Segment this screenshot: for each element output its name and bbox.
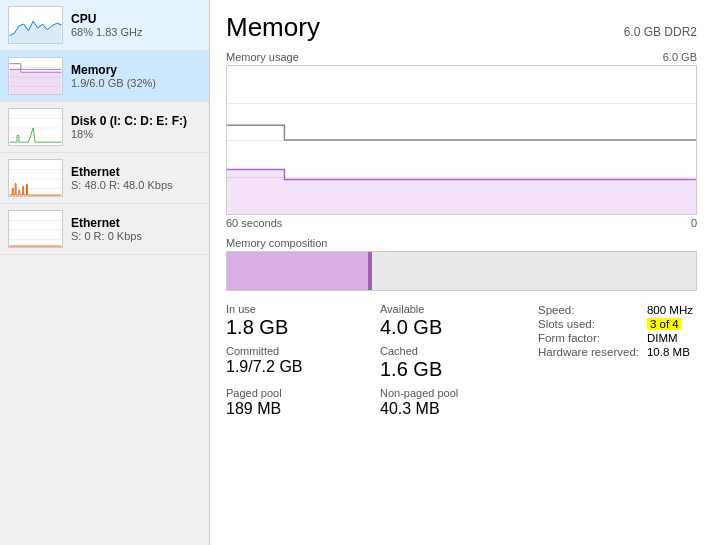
memory-title: Memory xyxy=(71,63,201,77)
ethernet1-info: Ethernet S: 48.0 R: 48.0 Kbps xyxy=(71,165,201,191)
right-stats-table: Speed: 800 MHz Slots used: 3 of 4 Form f… xyxy=(534,303,697,359)
ethernet2-info: Ethernet S: 0 R: 0 Kbps xyxy=(71,216,201,242)
memory-thumbnail xyxy=(8,57,63,95)
slots-label: Slots used: xyxy=(534,317,643,331)
paged-pool-label: Paged pool xyxy=(226,387,356,399)
ethernet1-thumbnail xyxy=(8,159,63,197)
committed-value: 1.9/7.2 GB xyxy=(226,358,356,376)
speed-value: 800 MHz xyxy=(643,303,697,317)
disk-title: Disk 0 (I: C: D: E: F:) xyxy=(71,114,201,128)
ethernet2-thumbnail xyxy=(8,210,63,248)
cpu-title: CPU xyxy=(71,12,201,26)
stats-section: In use 1.8 GB Available 4.0 GB Committed… xyxy=(226,303,697,418)
sidebar: CPU 68% 1.83 GHz Memory 1.9/6.0 GB (32%) xyxy=(0,0,210,545)
time-end-label: 0 xyxy=(691,217,697,229)
cpu-thumbnail xyxy=(8,6,63,44)
non-paged-pool-value: 40.3 MB xyxy=(380,400,510,418)
stat-paged-pool: Paged pool 189 MB xyxy=(226,387,356,418)
composition-bar xyxy=(226,251,697,291)
form-row: Form factor: DIMM xyxy=(534,331,697,345)
time-label-row: 60 seconds 0 xyxy=(226,217,697,229)
disk-subtitle: 18% xyxy=(71,128,201,140)
slots-highlight: 3 of 4 xyxy=(647,318,682,330)
composition-section: Memory composition xyxy=(226,237,697,291)
comp-standby-segment xyxy=(372,252,696,290)
stat-available: Available 4.0 GB xyxy=(380,303,510,339)
sidebar-item-ethernet1[interactable]: Ethernet S: 48.0 R: 48.0 Kbps xyxy=(0,153,209,204)
cpu-subtitle: 68% 1.83 GHz xyxy=(71,26,201,38)
main-panel: Memory 6.0 GB DDR2 Memory usage 6.0 GB 6… xyxy=(210,0,713,545)
in-use-value: 1.8 GB xyxy=(226,316,356,339)
svg-marker-4 xyxy=(9,69,61,94)
slots-row: Slots used: 3 of 4 xyxy=(534,317,697,331)
left-stats: In use 1.8 GB Available 4.0 GB Committed… xyxy=(226,303,510,418)
chart-max-label: 6.0 GB xyxy=(663,51,697,63)
non-paged-pool-label: Non-paged pool xyxy=(380,387,510,399)
hw-reserved-label: Hardware reserved: xyxy=(534,345,643,359)
cpu-info: CPU 68% 1.83 GHz xyxy=(71,12,201,38)
available-label: Available xyxy=(380,303,510,315)
paged-pool-value: 189 MB xyxy=(226,400,356,418)
disk-info: Disk 0 (I: C: D: E: F:) 18% xyxy=(71,114,201,140)
memory-usage-section: Memory usage 6.0 GB 60 seconds 0 xyxy=(226,51,697,229)
memory-info: Memory 1.9/6.0 GB (32%) xyxy=(71,63,201,89)
disk-thumbnail xyxy=(8,108,63,146)
slots-value: 3 of 4 xyxy=(643,317,697,331)
svg-marker-14 xyxy=(227,170,696,214)
committed-label: Committed xyxy=(226,345,356,357)
cached-label: Cached xyxy=(380,345,510,357)
chart-usage-label: Memory usage xyxy=(226,51,299,63)
sidebar-item-disk[interactable]: Disk 0 (I: C: D: E: F:) 18% xyxy=(0,102,209,153)
main-header: Memory 6.0 GB DDR2 xyxy=(226,12,697,43)
ethernet1-title: Ethernet xyxy=(71,165,201,179)
stat-in-use: In use 1.8 GB xyxy=(226,303,356,339)
page-title: Memory xyxy=(226,12,320,43)
stat-non-paged-pool: Non-paged pool 40.3 MB xyxy=(380,387,510,418)
composition-label: Memory composition xyxy=(226,237,697,249)
form-label: Form factor: xyxy=(534,331,643,345)
hw-reserved-row: Hardware reserved: 10.8 MB xyxy=(534,345,697,359)
memory-spec: 6.0 GB DDR2 xyxy=(624,25,697,39)
stat-cached: Cached 1.6 GB xyxy=(380,345,510,381)
memory-chart xyxy=(226,65,697,215)
in-use-label: In use xyxy=(226,303,356,315)
comp-inuse-segment xyxy=(227,252,368,290)
chart-svg xyxy=(227,66,696,214)
speed-row: Speed: 800 MHz xyxy=(534,303,697,317)
stat-committed: Committed 1.9/7.2 GB xyxy=(226,345,356,381)
sidebar-item-cpu[interactable]: CPU 68% 1.83 GHz xyxy=(0,0,209,51)
chart-label-row: Memory usage 6.0 GB xyxy=(226,51,697,63)
hw-reserved-value: 10.8 MB xyxy=(643,345,697,359)
ethernet2-title: Ethernet xyxy=(71,216,201,230)
available-value: 4.0 GB xyxy=(380,316,510,339)
ethernet1-subtitle: S: 48.0 R: 48.0 Kbps xyxy=(71,179,201,191)
speed-label: Speed: xyxy=(534,303,643,317)
form-value: DIMM xyxy=(643,331,697,345)
cached-value: 1.6 GB xyxy=(380,358,510,381)
stats-grid: In use 1.8 GB Available 4.0 GB Committed… xyxy=(226,303,510,418)
sidebar-item-ethernet2[interactable]: Ethernet S: 0 R: 0 Kbps xyxy=(0,204,209,255)
time-start-label: 60 seconds xyxy=(226,217,282,229)
right-stats: Speed: 800 MHz Slots used: 3 of 4 Form f… xyxy=(534,303,697,418)
ethernet2-subtitle: S: 0 R: 0 Kbps xyxy=(71,230,201,242)
memory-subtitle: 1.9/6.0 GB (32%) xyxy=(71,77,201,89)
sidebar-item-memory[interactable]: Memory 1.9/6.0 GB (32%) xyxy=(0,51,209,102)
